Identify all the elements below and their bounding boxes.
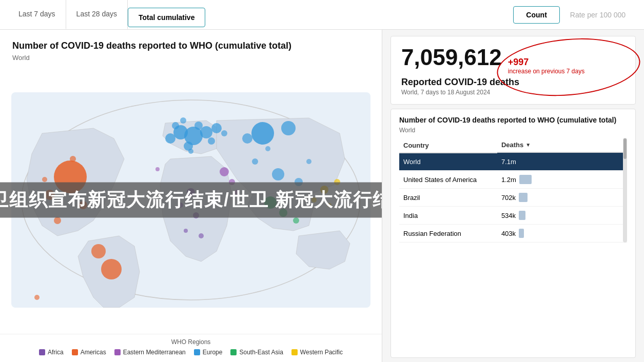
western-pacific-color-dot: [291, 349, 298, 355]
svg-point-19: [208, 137, 215, 145]
table-row[interactable]: India 534k: [399, 207, 627, 225]
svg-point-45: [252, 158, 258, 165]
svg-point-46: [265, 146, 270, 151]
deaths-cell: 403k: [497, 225, 627, 243]
svg-point-40: [311, 197, 317, 203]
tab-cumulative[interactable]: Total cumulative: [128, 8, 205, 27]
americas-color-dot: [72, 349, 78, 355]
svg-point-26: [272, 168, 284, 180]
country-cell: Brazil: [399, 189, 497, 207]
header-tabs: Last 7 days Last 28 days Total cumulativ…: [0, 0, 644, 30]
legend: WHO Regions Africa Americas Eastern Medi…: [0, 334, 382, 362]
deaths-value: 702k: [501, 194, 516, 202]
svg-point-14: [165, 133, 175, 144]
col-country: Country: [399, 138, 497, 153]
svg-point-15: [211, 123, 222, 133]
svg-point-39: [334, 179, 340, 185]
stats-main: 7,059,612 +997 increase on previous 7 da…: [401, 45, 625, 75]
svg-point-4: [91, 244, 106, 258]
stats-increase: +997: [508, 57, 584, 68]
svg-point-22: [188, 149, 193, 154]
legend-label-americas: Americas: [81, 349, 106, 356]
legend-title: WHO Regions: [8, 338, 374, 346]
stats-card: 7,059,612 +997 increase on previous 7 da…: [391, 36, 636, 105]
deaths-bar-world: [519, 157, 601, 166]
legend-item-africa: Africa: [39, 349, 64, 356]
table-row[interactable]: Russian Federation 403k: [399, 225, 627, 243]
svg-point-25: [242, 133, 252, 144]
svg-point-32: [193, 212, 199, 218]
deaths-cell: 534k: [497, 207, 627, 225]
stats-increase-label: increase on previous 7 days: [508, 68, 584, 75]
svg-point-6: [79, 201, 87, 209]
deaths-table: Country Deaths ▼ World 7.1: [399, 138, 627, 243]
deaths-cell: 1.2m: [497, 171, 627, 189]
sort-icon: ▼: [525, 142, 531, 148]
scroll-thumb: [623, 138, 627, 159]
country-cell: India: [399, 207, 497, 225]
eastern-med-color-dot: [114, 349, 121, 355]
stats-label: Reported COVID-19 deaths: [401, 77, 625, 88]
country-cell: Russian Federation: [399, 225, 497, 243]
deaths-cell: 7.1m: [497, 153, 627, 171]
legend-label-eastern-med: Eastern Mediterranean: [123, 349, 186, 356]
col-deaths[interactable]: Deaths ▼: [497, 138, 627, 153]
europe-color-dot: [194, 349, 200, 355]
rate-button[interactable]: Rate per 100 000: [560, 7, 636, 23]
svg-point-38: [320, 186, 328, 194]
table-row[interactable]: United States of America 1.2m: [399, 171, 627, 189]
svg-point-33: [178, 203, 183, 208]
chart-title: Number of COVID-19 deaths reported to WH…: [12, 40, 369, 52]
tab-last7[interactable]: Last 7 days: [8, 0, 66, 30]
legend-label-africa: Africa: [48, 349, 64, 356]
stats-number: 7,059,612: [401, 45, 502, 70]
legend-label-sea: South-East Asia: [239, 349, 283, 356]
table-row[interactable]: World 7.1m: [399, 153, 627, 171]
svg-point-18: [172, 122, 179, 129]
map-svg-container: 世卫组织宣布新冠大流行结束/世卫 新冠大流行结束: [11, 92, 370, 308]
scroll-indicator[interactable]: [623, 138, 627, 243]
deaths-cell: 702k: [497, 189, 627, 207]
legend-items: Africa Americas Eastern Mediterranean Eu…: [8, 349, 374, 356]
chart-subtitle: World: [0, 54, 382, 66]
deaths-value: 534k: [501, 212, 516, 219]
svg-point-24: [281, 121, 296, 135]
svg-point-42: [155, 167, 160, 171]
table-subtitle: World: [399, 127, 627, 134]
deaths-bar-brazil: [519, 193, 528, 202]
table-row[interactable]: Brazil 702k: [399, 189, 627, 207]
svg-point-35: [184, 229, 188, 233]
svg-point-28: [264, 196, 277, 209]
count-button[interactable]: Count: [513, 6, 559, 24]
svg-point-20: [180, 117, 186, 124]
tab-last28[interactable]: Last 28 days: [66, 0, 128, 30]
main-content: Number of COVID-19 deaths reported to WH…: [0, 30, 644, 362]
right-panel: 7,059,612 +997 increase on previous 7 da…: [382, 30, 644, 362]
table-card: Number of COVID-19 deaths reported to WH…: [391, 109, 636, 358]
deaths-value: 1.2m: [501, 176, 516, 184]
sea-color-dot: [230, 349, 237, 355]
col-deaths-label: Deaths: [501, 141, 523, 149]
svg-point-27: [295, 178, 303, 186]
svg-point-13: [200, 126, 212, 138]
chart-title-block: Number of COVID-19 deaths reported to WH…: [0, 30, 382, 54]
svg-point-7: [54, 217, 61, 224]
legend-label-western-pacific: Western Pacific: [300, 349, 343, 356]
world-map-svg: [11, 92, 370, 308]
legend-item-americas: Americas: [72, 349, 106, 356]
svg-point-17: [194, 122, 203, 130]
svg-point-36: [220, 167, 229, 176]
tabs-left: Last 7 days Last 28 days Total cumulativ…: [8, 0, 205, 30]
stats-sublabel: World, 7 days to 18 August 2024: [401, 89, 625, 96]
svg-point-5: [45, 190, 55, 200]
left-panel: Number of COVID-19 deaths reported to WH…: [0, 30, 382, 362]
svg-point-34: [199, 233, 204, 238]
legend-item-western-pacific: Western Pacific: [291, 349, 343, 356]
deaths-value: 7.1m: [501, 158, 516, 166]
svg-point-41: [327, 203, 331, 207]
deaths-value: 403k: [501, 230, 516, 237]
country-cell: World: [399, 153, 497, 171]
legend-item-sea: South-East Asia: [230, 349, 283, 356]
africa-color-dot: [39, 349, 45, 355]
svg-point-9: [42, 177, 47, 182]
